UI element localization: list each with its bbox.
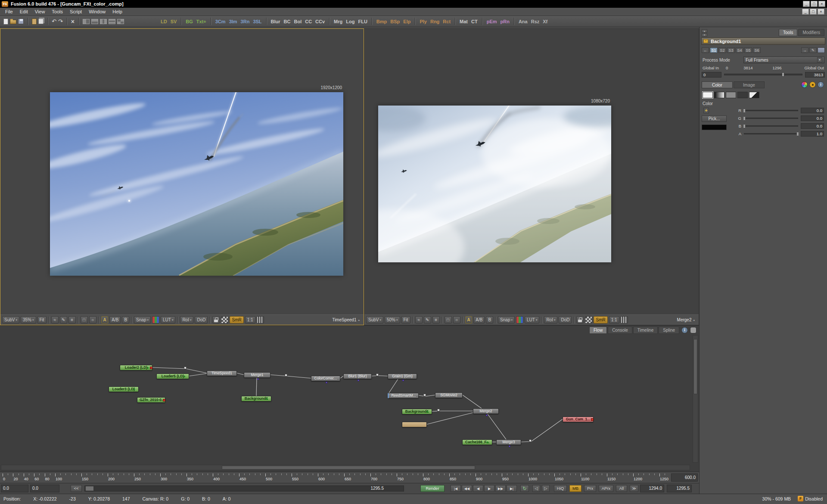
zoom-level-button[interactable]: 35%▾ — [21, 316, 36, 324]
maximize-button[interactable]: □ — [811, 1, 818, 7]
toolbar-rng-button[interactable]: Rng — [429, 18, 441, 25]
layout-preset-2-icon[interactable] — [91, 19, 98, 24]
flow-node-timespeed1[interactable]: TimeSpeed1 — [207, 370, 237, 376]
toolbar-xf-button[interactable]: Xf — [541, 18, 549, 25]
slider-thumb[interactable] — [743, 116, 746, 121]
options-icon[interactable]: ≡ — [68, 316, 76, 324]
channel-a-value[interactable]: 1.0 — [801, 131, 824, 137]
fit-button[interactable]: Fit — [401, 316, 410, 324]
range-end-field[interactable]: 0.0 — [30, 485, 59, 492]
slot-s4-button[interactable]: S4 — [736, 47, 743, 53]
toolbar-3cm-button[interactable]: 3Cm — [214, 18, 227, 25]
slider-thumb[interactable] — [743, 109, 746, 113]
flow-node-background1[interactable]: Background1 — [241, 396, 271, 401]
fast-rewind-button[interactable]: ◀◀ — [462, 485, 472, 492]
toolbar-3im-button[interactable]: 3Im — [228, 18, 239, 25]
open-comp-icon[interactable] — [10, 20, 16, 24]
flow-node-gun-cam-1[interactable]: Gun_Cam_1... — [563, 417, 594, 422]
copy-icon[interactable] — [38, 19, 44, 24]
radioactive-icon[interactable] — [809, 81, 816, 88]
flow-node-grain1-grn[interactable]: Grain1 (Grn) — [388, 373, 417, 379]
brush-icon[interactable]: ✎ — [809, 47, 817, 53]
time-ruler[interactable]: 0204060801001502002503003504004505005506… — [0, 472, 699, 483]
fast-forward-icon[interactable]: ≫ — [630, 485, 638, 492]
delete-icon[interactable] — [71, 18, 75, 25]
color-channels-icon[interactable] — [516, 316, 523, 324]
toolbar-cc-button[interactable]: CC — [304, 18, 313, 25]
toolbar-ld-button[interactable]: LD — [159, 18, 168, 25]
channel-b-value[interactable]: 0.0 — [801, 123, 824, 129]
subview-button[interactable]: SubV▾ — [2, 316, 19, 324]
color-wheel-icon[interactable] — [801, 81, 808, 88]
current-color-swatch[interactable] — [702, 124, 727, 130]
layout-preset-1-icon[interactable] — [83, 19, 90, 24]
rewind-button[interactable]: << — [71, 485, 82, 492]
channel-g-slider[interactable] — [744, 118, 798, 119]
all-button[interactable]: All — [616, 485, 627, 492]
arrow-left-icon[interactable]: ← — [702, 47, 709, 53]
loop-button[interactable]: ↻ — [520, 485, 529, 492]
toolbar-mrg-button[interactable]: Mrg — [333, 18, 344, 25]
undo-icon[interactable] — [52, 18, 56, 25]
toolbar-bsp-button[interactable]: BSp — [389, 18, 401, 25]
tab-modifiers[interactable]: Modifiers — [798, 29, 824, 36]
buffer-b-button[interactable]: B — [122, 316, 129, 324]
flow-node-background1[interactable]: Background1 — [402, 409, 432, 414]
flow-node-blur1-blur[interactable]: Blur1 (Blur) — [343, 373, 372, 379]
hiq-button[interactable]: HiQ — [554, 485, 567, 492]
viewer-right-image[interactable] — [378, 106, 611, 262]
toolbar-pem-button[interactable]: pEm — [485, 18, 498, 25]
tab-spline[interactable]: Spline — [659, 327, 679, 334]
tab-console[interactable]: Console — [608, 327, 632, 334]
channel-r-slider[interactable] — [744, 110, 798, 111]
fast-forward-button[interactable]: ▶▶ — [495, 485, 506, 492]
solid-color-swatch[interactable] — [703, 92, 713, 98]
play-reverse-button[interactable]: ◀ — [473, 485, 483, 492]
snap-button[interactable]: Snap▾ — [498, 316, 515, 324]
pick-crosshair-icon[interactable] — [703, 108, 709, 113]
tab-flow[interactable]: Flow — [589, 327, 607, 334]
scrollbar-thumb[interactable] — [693, 339, 697, 394]
global-out-field[interactable]: 3813 — [805, 72, 825, 78]
dod-button[interactable]: DoD — [559, 316, 572, 324]
checker-icon[interactable] — [221, 316, 228, 324]
comp-close-button[interactable]: × — [818, 9, 824, 15]
render-button[interactable]: Render — [420, 485, 445, 492]
flow-horizontal-scrollbar[interactable] — [1, 465, 690, 470]
step-forward-button[interactable]: ▷ — [542, 485, 550, 492]
rectangle-tool-icon[interactable]: □ — [445, 316, 452, 324]
diagonal-swatch[interactable] — [749, 92, 759, 98]
flow-node-blank[interactable] — [402, 422, 427, 427]
comp-minimize-button[interactable]: _ — [802, 9, 809, 15]
toolbar-log-button[interactable]: Log — [345, 18, 356, 25]
color-channels-icon[interactable] — [152, 316, 159, 324]
toolbar-txt-button[interactable]: Txt+ — [195, 18, 208, 25]
toolbar-elp-button[interactable]: Elp — [402, 18, 412, 25]
range-start-field[interactable]: 0.0 — [1, 485, 28, 492]
buffer-b-button[interactable]: B — [486, 316, 493, 324]
menu-help[interactable]: Help — [109, 8, 126, 15]
pick-button[interactable]: Pick... — [702, 115, 727, 122]
flow-node-merge1[interactable]: Merge1 — [244, 372, 270, 378]
toolbar-ply-button[interactable]: Ply — [418, 18, 428, 25]
motion-blur-button[interactable]: MB — [569, 485, 581, 492]
zoom-level-button[interactable]: 50%▾ — [385, 316, 400, 324]
edit-icon[interactable]: ✎ — [60, 316, 67, 324]
viewer-right[interactable]: 1080x720 — [364, 28, 699, 325]
lut-button[interactable]: LUT▾ — [161, 316, 175, 324]
auto-proxy-button[interactable]: APrx — [599, 485, 613, 492]
flow-node-reedsmartm[interactable]: ReedSmartM... — [388, 393, 419, 398]
comp-restore-button[interactable]: □ — [810, 9, 817, 15]
toolbar-ccv-button[interactable]: CCv — [314, 18, 326, 25]
gradient-swatch[interactable] — [714, 92, 724, 98]
proxy-button[interactable]: Prx — [584, 485, 596, 492]
scrollbar-thumb[interactable] — [222, 466, 475, 470]
toolbar-rsz-button[interactable]: Rsz — [530, 18, 541, 25]
toolbar-ana-button[interactable]: Ana — [517, 18, 529, 25]
channel-b-slider[interactable] — [744, 125, 798, 127]
levels-icon[interactable] — [257, 316, 264, 324]
gray-swatch[interactable] — [726, 92, 736, 98]
toolbar-bg-button[interactable]: BG — [184, 18, 194, 25]
arrow-right-icon[interactable]: → — [801, 47, 808, 53]
menu-tools[interactable]: Tools — [48, 8, 66, 15]
